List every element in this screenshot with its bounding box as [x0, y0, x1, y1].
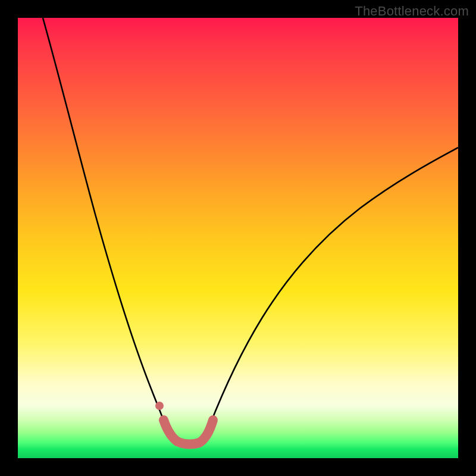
- chart-frame: TheBottleneck.com: [0, 0, 476, 476]
- curve-left-branch: [43, 18, 165, 426]
- sweet-spot-band: [164, 420, 213, 444]
- curve-right-branch: [209, 148, 458, 426]
- sweet-spot-dot: [155, 402, 164, 410]
- watermark-text: TheBottleneck.com: [355, 4, 469, 19]
- curve-overlay: [18, 18, 458, 458]
- plot-area: [18, 18, 458, 458]
